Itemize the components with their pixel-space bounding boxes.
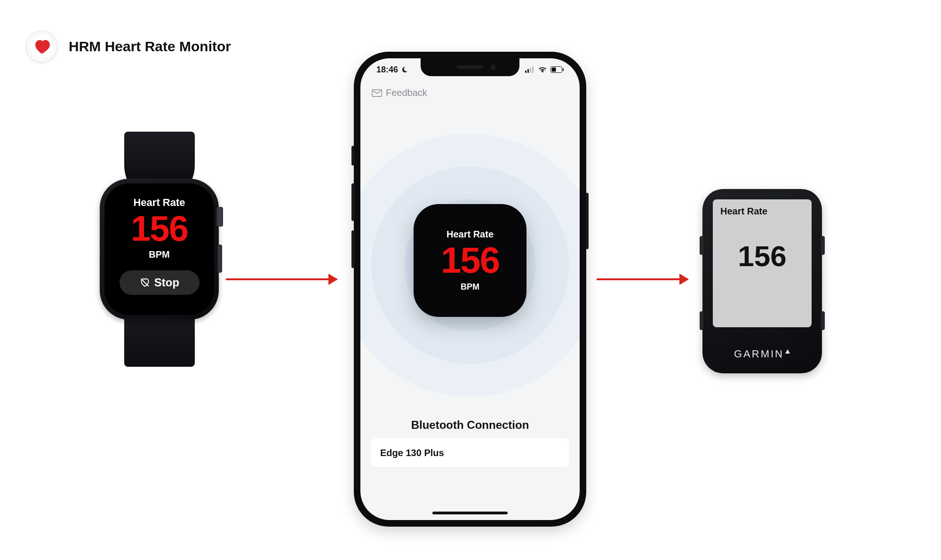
heart-rate-label: Heart Rate <box>133 197 185 209</box>
watch-screen: Heart Rate 156 BPM Stop <box>104 183 214 315</box>
svg-rect-7 <box>563 68 564 71</box>
flow-arrow-icon <box>226 278 337 280</box>
heart-rate-unit: BPM <box>461 282 479 292</box>
status-time: 18:46 <box>376 65 398 75</box>
svg-rect-8 <box>372 89 382 96</box>
heart-rate-value: 156 <box>441 242 499 278</box>
do-not-disturb-moon-icon <box>401 66 408 73</box>
watch-case: Heart Rate 156 BPM Stop <box>100 179 219 320</box>
phone-volume-up <box>351 183 354 221</box>
heart-rate-card: Heart Rate 156 BPM <box>414 204 526 317</box>
mail-icon <box>372 89 382 97</box>
phone-volume-down <box>351 230 354 268</box>
heart-icon <box>33 39 51 55</box>
app-header: HRM Heart Rate Monitor <box>25 30 231 63</box>
apple-watch-device: Heart Rate 156 BPM Stop <box>100 179 219 320</box>
stop-button-label: Stop <box>154 276 179 289</box>
side-button <box>217 245 222 273</box>
app-title: HRM Heart Rate Monitor <box>69 39 231 55</box>
bluetooth-device-row[interactable]: Edge 130 Plus <box>371 438 569 467</box>
stop-button[interactable]: Stop <box>120 270 199 295</box>
bluetooth-device-name: Edge 130 Plus <box>380 448 444 458</box>
heart-rate-value: 156 <box>131 211 188 246</box>
svg-line-0 <box>141 279 149 286</box>
garmin-device: Heart Rate 156 GARMIN <box>702 189 822 373</box>
battery-icon <box>550 66 564 73</box>
garmin-button <box>821 236 825 255</box>
phone-notch <box>421 58 519 76</box>
iphone-device: 18:46 <box>354 52 586 527</box>
wifi-icon <box>538 66 547 73</box>
cellular-signal-icon <box>525 66 534 73</box>
heart-rate-value: 156 <box>720 239 804 273</box>
watch-band <box>124 132 195 183</box>
garmin-screen: Heart Rate 156 <box>713 199 812 327</box>
feedback-label: Feedback <box>386 87 427 98</box>
flow-arrow-icon <box>597 278 688 280</box>
phone-switch <box>351 146 354 166</box>
garmin-button <box>821 311 825 330</box>
heart-off-icon <box>139 277 151 288</box>
svg-rect-6 <box>552 68 556 72</box>
phone-power <box>586 193 589 249</box>
heart-rate-label: Heart Rate <box>447 229 494 240</box>
svg-rect-4 <box>532 66 534 73</box>
svg-rect-2 <box>527 69 529 73</box>
phone-screen: 18:46 <box>360 58 580 520</box>
home-indicator <box>432 512 508 514</box>
app-logo-icon <box>25 30 58 63</box>
svg-rect-3 <box>530 68 531 73</box>
bluetooth-section-title: Bluetooth Connection <box>360 418 580 432</box>
feedback-link[interactable]: Feedback <box>372 87 427 98</box>
svg-rect-1 <box>525 71 526 73</box>
garmin-brand-label: GARMIN <box>702 348 822 360</box>
heart-rate-unit: BPM <box>149 249 169 260</box>
digital-crown <box>216 207 223 227</box>
garmin-delta-icon <box>785 349 790 355</box>
heart-rate-label: Heart Rate <box>720 206 804 217</box>
